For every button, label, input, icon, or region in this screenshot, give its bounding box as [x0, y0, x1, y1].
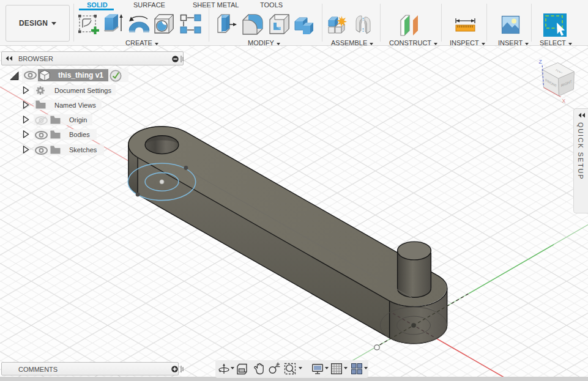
svg-text:X: X — [562, 98, 566, 104]
svg-text:Z: Z — [539, 59, 542, 65]
